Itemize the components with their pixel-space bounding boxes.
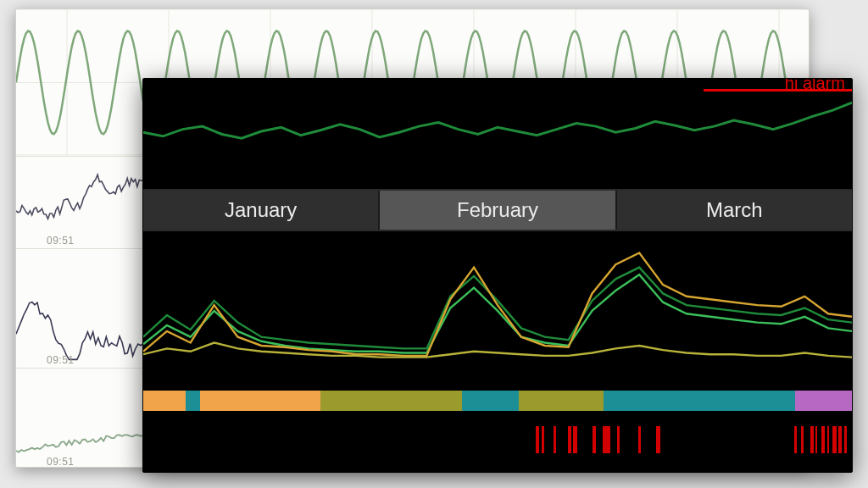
alarm-event-mark — [794, 426, 797, 453]
alarm-event-mark — [568, 426, 571, 453]
alarm-event-mark — [638, 426, 641, 453]
alarm-event-mark — [607, 426, 610, 453]
alarm-event-mark — [656, 426, 660, 453]
event-rail — [143, 421, 852, 458]
status-segment — [604, 391, 795, 411]
front-top-trend-chart: hi alarm — [143, 79, 852, 189]
alarm-event-mark — [573, 426, 577, 453]
status-segment — [186, 391, 200, 411]
status-segment — [200, 391, 320, 411]
alarm-event-mark — [542, 426, 544, 453]
alarm-event-mark — [593, 426, 596, 453]
status-segment — [143, 391, 186, 411]
status-segment — [519, 391, 604, 411]
front-main-multi-chart — [143, 231, 852, 384]
status-segment — [795, 391, 852, 411]
alarm-event-mark — [554, 426, 556, 453]
alarm-event-mark — [827, 426, 830, 453]
back-row-time-label: 09:51 — [47, 235, 75, 247]
status-timeline-bar — [143, 391, 852, 411]
alarm-event-mark — [801, 426, 803, 453]
month-tab-january[interactable]: January — [143, 191, 380, 230]
back-row-time-label: 09:51 — [47, 456, 75, 468]
month-tab-march[interactable]: March — [617, 191, 852, 230]
alarm-event-mark — [617, 426, 620, 453]
status-segment — [462, 391, 519, 411]
alarm-event-mark — [536, 426, 539, 453]
alarm-event-mark — [838, 426, 842, 453]
alarm-event-mark — [810, 426, 814, 453]
back-row-time-label: 09:51 — [47, 354, 75, 366]
stage: 09:51 09:51 09:51 hi alarm JanuaryFebrua… — [0, 0, 868, 488]
alarm-event-mark — [844, 426, 848, 453]
month-tab-february[interactable]: February — [380, 191, 616, 230]
alarm-event-mark — [815, 426, 817, 453]
hi-alarm-label: hi alarm — [785, 78, 845, 93]
alarm-event-mark — [821, 426, 825, 453]
alarm-event-mark — [832, 426, 836, 453]
front-dashboard-panel: hi alarm JanuaryFebruaryMarch — [142, 78, 853, 473]
month-selector: JanuaryFebruaryMarch — [143, 189, 852, 231]
status-segment — [320, 391, 462, 411]
